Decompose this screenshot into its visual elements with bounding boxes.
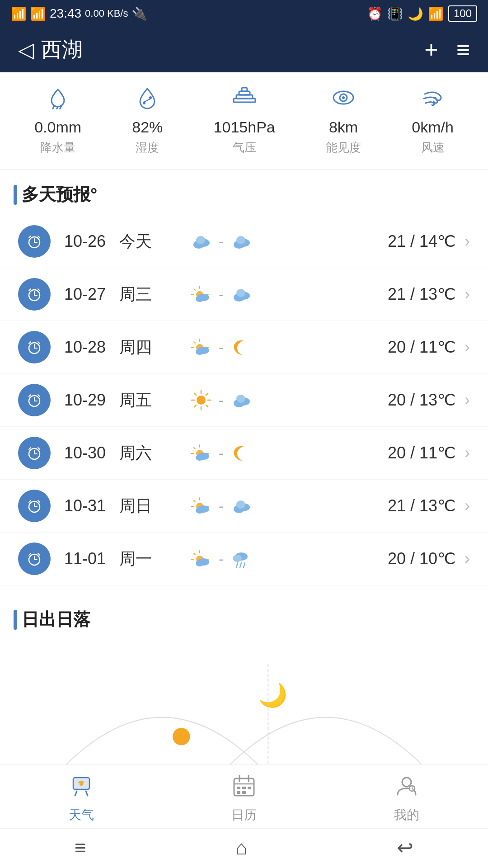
weather-tab-label: 天气 (69, 807, 94, 824)
svg-point-94 (236, 500, 245, 509)
forecast-alarm-icon (18, 542, 51, 575)
svg-line-61 (194, 393, 196, 395)
forecast-temp: 21 / 14℃ (356, 232, 455, 251)
stat-precipitation: 0.0mm 降水量 (34, 86, 81, 156)
forecast-date: 10-29 周五 (64, 389, 191, 411)
svg-line-72 (38, 448, 40, 449)
svg-line-83 (29, 500, 31, 502)
forecast-item[interactable]: 10-29 周五 - 20 / 13℃ › (0, 374, 488, 427)
stat-wind: 0km/h 风速 (412, 86, 454, 156)
sys-home-button[interactable]: ⌂ (235, 836, 248, 859)
wind-value: 0km/h (412, 118, 454, 136)
forecast-title-text: 多天预报° (22, 183, 97, 206)
forecast-icons: - (191, 284, 356, 305)
bottom-nav: 天气 日历 (0, 764, 488, 868)
pressure-value: 1015hPa (214, 118, 275, 136)
usb-icon: 🔌 (131, 6, 147, 21)
wind-icon (421, 86, 445, 115)
svg-line-43 (38, 342, 40, 344)
forecast-icons: - (191, 548, 356, 569)
svg-point-38 (236, 289, 245, 297)
forecast-item[interactable]: 10-27 周三 - 21 / 13℃ › (0, 268, 488, 321)
sys-menu-button[interactable]: ≡ (75, 836, 86, 859)
svg-point-112 (173, 728, 190, 745)
svg-point-4 (143, 102, 145, 104)
svg-line-28 (38, 289, 40, 291)
svg-point-79 (196, 454, 204, 461)
svg-point-129 (402, 778, 411, 787)
humidity-label: 湿度 (136, 140, 159, 156)
svg-rect-8 (242, 88, 247, 91)
svg-line-3 (144, 99, 151, 102)
svg-point-35 (196, 296, 204, 302)
svg-line-54 (29, 395, 31, 396)
profile-tab-icon (395, 774, 418, 803)
svg-rect-127 (237, 791, 240, 794)
add-button[interactable]: + (424, 36, 438, 63)
sys-back-button[interactable]: ↩ (397, 836, 413, 859)
forecast-item[interactable]: 10-28 周四 - 20 / 11℃ › (0, 321, 488, 374)
alarm-icon: ⏰ (367, 6, 383, 21)
tab-weather[interactable]: 天气 (69, 774, 94, 824)
battery-icon: 100 (448, 5, 477, 22)
moon-icon: 🌙 (408, 6, 423, 21)
svg-rect-126 (248, 787, 251, 789)
city-name[interactable]: 西湖 (41, 36, 83, 64)
profile-tab-label: 我的 (394, 807, 419, 824)
sun-arc-container: 🌙 (14, 640, 474, 785)
precipitation-value: 0.0mm (34, 118, 81, 136)
svg-line-75 (194, 448, 195, 449)
svg-point-106 (196, 560, 204, 566)
forecast-icons: - (191, 231, 356, 252)
forecast-alarm-icon (18, 437, 51, 469)
status-right: ⏰ 📳 🌙 📶 100 (367, 5, 477, 22)
forecast-list: 10-26 今天 - 21 / 14℃ › (0, 215, 488, 585)
svg-point-12 (342, 96, 345, 99)
header-left: ◁ 西湖 (18, 36, 83, 64)
forecast-temp: 20 / 10℃ (356, 549, 455, 568)
status-left: 📶 📶 23:43 0.00 KB/s 🔌 (11, 6, 147, 21)
weather-tab-icon (69, 774, 94, 803)
rain-icon (46, 86, 70, 115)
svg-line-111 (244, 563, 245, 567)
signal-icon2: 📶 (30, 6, 46, 21)
svg-line-62 (206, 405, 208, 407)
forecast-item[interactable]: 10-31 周日 - 21 / 13℃ › (0, 480, 488, 533)
forecast-item[interactable]: 11-01 周一 - 20 / 10℃ › (0, 533, 488, 585)
svg-rect-124 (237, 787, 240, 789)
forecast-arrow-icon: › (465, 496, 470, 515)
forecast-arrow-icon: › (465, 232, 470, 251)
svg-line-98 (29, 553, 31, 555)
calendar-tab-icon (232, 774, 256, 803)
svg-line-109 (236, 563, 238, 567)
svg-line-71 (29, 448, 31, 449)
forecast-date: 10-31 周日 (64, 495, 191, 517)
svg-line-64 (194, 405, 196, 407)
svg-line-0 (52, 106, 54, 109)
tab-profile[interactable]: 我的 (394, 774, 419, 824)
signal-icon: 📶 (11, 6, 27, 21)
stat-visibility: 8km 能见度 (326, 86, 361, 156)
svg-line-42 (29, 342, 31, 344)
tab-calendar[interactable]: 日历 (231, 774, 257, 824)
svg-line-102 (194, 553, 195, 555)
svg-line-16 (29, 236, 31, 238)
svg-line-87 (194, 500, 195, 502)
forecast-temp: 21 / 13℃ (356, 285, 455, 304)
svg-line-110 (240, 563, 241, 567)
svg-point-108 (233, 555, 242, 562)
header: ◁ 西湖 + ≡ (0, 27, 488, 72)
svg-line-46 (194, 342, 195, 343)
stat-humidity: 82% 湿度 (132, 86, 163, 156)
visibility-icon (332, 86, 355, 115)
precipitation-label: 降水量 (40, 140, 75, 156)
svg-point-50 (196, 349, 204, 355)
svg-line-99 (38, 553, 40, 555)
svg-point-67 (236, 395, 245, 403)
forecast-alarm-icon (18, 384, 51, 416)
forecast-alarm-icon (18, 278, 51, 311)
menu-button[interactable]: ≡ (456, 36, 470, 63)
vibrate-icon: 📳 (387, 6, 403, 21)
forecast-item[interactable]: 10-26 今天 - 21 / 14℃ › (0, 215, 488, 268)
forecast-item[interactable]: 10-30 周六 - 20 / 11℃ › (0, 427, 488, 480)
